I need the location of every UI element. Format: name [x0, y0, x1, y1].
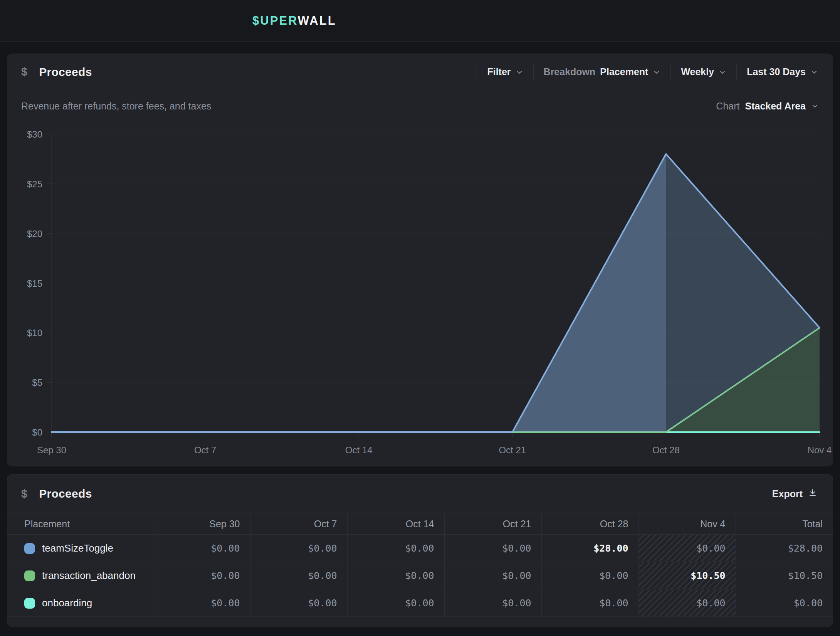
chevron-down-icon [653, 68, 660, 76]
column-header-date: Sep 30 [153, 513, 250, 535]
proceeds-table: Placement Sep 30 Oct 7 Oct 14 Oct 21 Oct… [7, 513, 833, 617]
logo-primary: $UPER [252, 14, 298, 27]
value-cell: $0.00 [153, 562, 250, 589]
series-swatch [24, 598, 35, 609]
value-cell: $0.00 [250, 535, 347, 562]
interval-dropdown[interactable]: Weekly [671, 66, 736, 77]
svg-text:$20: $20 [27, 229, 42, 239]
value-cell: $0.00 [541, 562, 638, 589]
chart-type-dropdown[interactable]: Chart Stacked Area [716, 101, 819, 112]
column-header-date: Oct 14 [347, 513, 444, 535]
column-header-placement: Placement [7, 513, 153, 535]
value-cell: $0.00 [444, 562, 541, 589]
value-cell: $0.00 [444, 535, 541, 562]
interval-value: Weekly [681, 66, 714, 77]
table-card-header: $ Proceeds Export [7, 474, 833, 513]
value-cell: $0.00 [347, 535, 444, 562]
chart-controls: Filter Breakdown Placement Weekly [477, 54, 833, 90]
value-cell: $0.00 [153, 589, 250, 617]
table-row[interactable]: onboarding $0.00 $0.00 $0.00 $0.00 $0.00… [7, 589, 833, 617]
chart-type-label: Chart [716, 101, 739, 112]
chart-type-value: Stacked Area [745, 101, 806, 112]
value-cell: $0.00 [638, 589, 736, 617]
breakdown-label: Breakdown [544, 66, 596, 77]
column-header-date: Oct 21 [444, 513, 541, 535]
column-header-total: Total [736, 513, 833, 535]
column-header-date: Oct 7 [250, 513, 347, 535]
chart-card-title: Proceeds [39, 66, 92, 79]
table-row[interactable]: teamSizeToggle $0.00 $0.00 $0.00 $0.00 $… [7, 535, 833, 562]
column-header-date: Oct 28 [541, 513, 638, 535]
logo-secondary: WALL [298, 14, 336, 27]
filter-label: Filter [487, 66, 511, 77]
chevron-down-icon [811, 102, 819, 110]
value-cell: $28.00 [541, 535, 638, 562]
svg-text:Oct 14: Oct 14 [345, 445, 373, 455]
value-cell: $0.00 [347, 562, 444, 589]
export-button[interactable]: Export [772, 488, 817, 500]
svg-text:$10: $10 [27, 328, 42, 338]
chart-subtitle: Revenue after refunds, store fees, and t… [21, 101, 211, 112]
chevron-down-icon [810, 68, 818, 76]
value-cell: $10.50 [638, 562, 736, 589]
top-nav: $UPERWALL [0, 0, 840, 42]
value-cell: $0.00 [250, 589, 347, 617]
value-cell: $0.00 [638, 535, 736, 562]
proceeds-table-card: $ Proceeds Export Placement Sep 30 Oct 7… [7, 474, 833, 627]
svg-text:$25: $25 [27, 179, 42, 189]
column-header-date: Nov 4 [638, 513, 736, 535]
value-cell: $0.00 [153, 535, 250, 562]
chevron-down-icon [719, 68, 726, 76]
table-row[interactable]: transaction_abandon $0.00 $0.00 $0.00 $0… [7, 562, 833, 589]
svg-text:Oct 7: Oct 7 [194, 445, 216, 455]
breakdown-value: Placement [600, 66, 648, 77]
total-cell: $28.00 [736, 535, 833, 562]
series-swatch [24, 543, 35, 554]
row-label: teamSizeToggle [42, 542, 113, 554]
table-header-row: Placement Sep 30 Oct 7 Oct 14 Oct 21 Oct… [7, 513, 833, 535]
date-range-dropdown[interactable]: Last 30 Days [737, 66, 828, 77]
dollar-icon: $ [21, 488, 27, 500]
svg-text:$5: $5 [32, 377, 42, 388]
total-cell: $10.50 [736, 562, 833, 589]
svg-text:Oct 28: Oct 28 [652, 445, 680, 455]
svg-text:$0: $0 [32, 427, 42, 437]
row-label: onboarding [42, 597, 92, 609]
value-cell: $0.00 [444, 589, 541, 617]
svg-text:$15: $15 [27, 278, 42, 289]
date-range-value: Last 30 Days [747, 66, 806, 77]
svg-text:Oct 21: Oct 21 [499, 445, 526, 455]
superwall-logo[interactable]: $UPERWALL [252, 14, 336, 28]
row-label: transaction_abandon [42, 570, 136, 581]
chart-card-header: $ Proceeds Filter Breakdown Placement [7, 54, 833, 90]
value-cell: $0.00 [541, 589, 638, 617]
value-cell: $0.00 [250, 562, 347, 589]
value-cell: $0.00 [347, 589, 444, 617]
total-cell: $0.00 [736, 589, 833, 617]
dollar-icon: $ [21, 66, 27, 78]
filter-dropdown[interactable]: Filter [477, 66, 533, 77]
export-label: Export [772, 488, 803, 500]
svg-text:Sep 30: Sep 30 [37, 445, 66, 455]
svg-text:Nov 4: Nov 4 [808, 445, 832, 455]
proceeds-chart-card: $ Proceeds Filter Breakdown Placement [7, 54, 833, 466]
stacked-area-chart[interactable]: $30$25$20$15$10$5$0Sep 30Oct 7Oct 14Oct … [7, 125, 833, 466]
chevron-down-icon [516, 68, 523, 76]
table-card-title: Proceeds [39, 487, 92, 500]
download-icon [808, 488, 817, 500]
breakdown-dropdown[interactable]: Breakdown Placement [534, 66, 671, 77]
svg-text:$30: $30 [27, 129, 42, 140]
series-swatch [24, 570, 35, 581]
